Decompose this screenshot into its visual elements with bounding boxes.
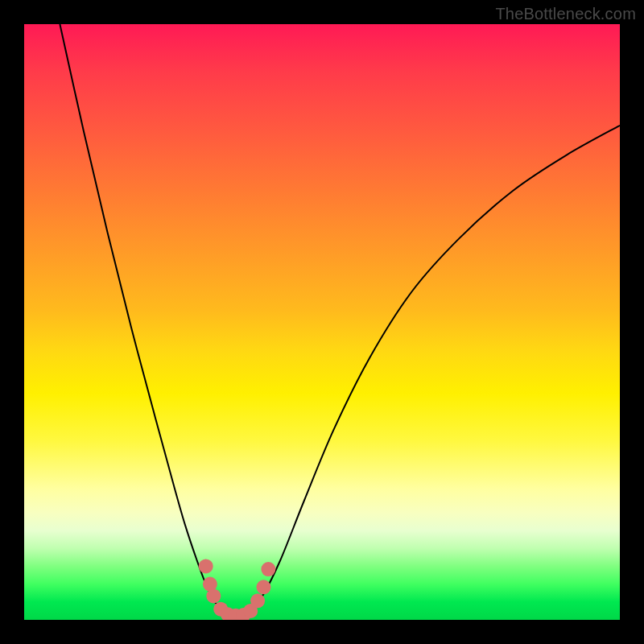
curve-right — [250, 126, 620, 611]
curve-layer — [24, 24, 620, 620]
highlight-dot — [256, 580, 270, 594]
curve-left — [60, 24, 224, 611]
highlight-dots — [199, 559, 276, 620]
highlight-dot — [261, 562, 275, 576]
plot-area — [24, 24, 620, 620]
highlight-dot — [199, 559, 213, 573]
watermark-text: TheBottleneck.com — [495, 5, 636, 23]
highlight-dot — [206, 588, 221, 603]
chart-frame: TheBottleneck.com — [0, 0, 644, 644]
highlight-dot — [250, 593, 265, 608]
